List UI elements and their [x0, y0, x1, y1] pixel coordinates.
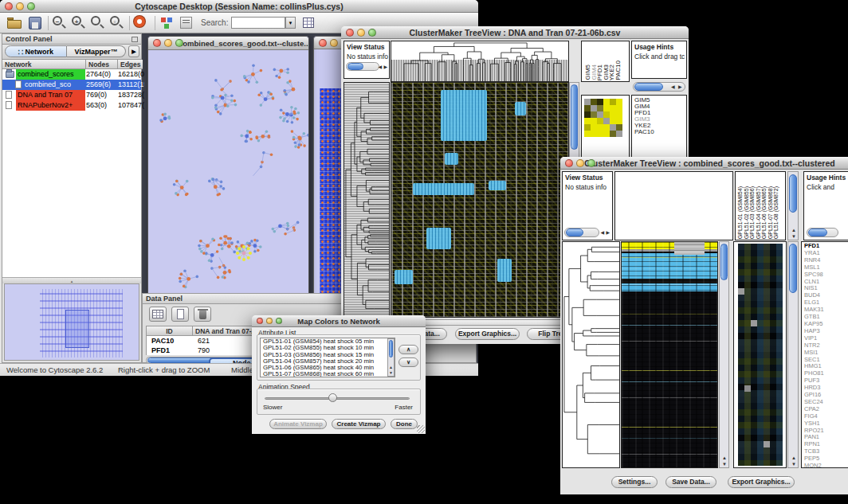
- close-icon[interactable]: [153, 39, 161, 47]
- tv2-zoom-vscrollbar[interactable]: ▲ ▼: [787, 241, 799, 468]
- scrollbar-thumb[interactable]: [789, 244, 797, 293]
- scroll-down-icon[interactable]: ▼: [791, 234, 796, 239]
- minimize-icon[interactable]: [357, 29, 365, 37]
- tv1-export-graphics-button[interactable]: Export Graphics...: [455, 328, 520, 340]
- tv2-column-dendrogram[interactable]: [614, 171, 733, 240]
- network-row-0[interactable]: combined_scores2764(0)16218(0): [2, 69, 141, 80]
- scroll-down-icon[interactable]: ▼: [791, 462, 796, 467]
- search-input[interactable]: [231, 17, 285, 29]
- float-panel-icon[interactable]: [132, 37, 138, 42]
- tv2-gene-31[interactable]: MON2: [802, 463, 848, 468]
- scrollbar-thumb[interactable]: [566, 229, 583, 236]
- zoom-window-icon[interactable]: [587, 159, 595, 167]
- column-header-edges[interactable]: Edges: [118, 60, 143, 69]
- delete-attribute-icon[interactable]: [194, 307, 211, 322]
- column-header-nodes[interactable]: Nodes: [86, 60, 118, 69]
- scrollbar-thumb[interactable]: [347, 63, 363, 70]
- tv1-cluster-submatrix[interactable]: [584, 99, 622, 137]
- scrollbar-thumb[interactable]: [634, 83, 663, 91]
- dialog-titlebar[interactable]: Map Colors to Network: [252, 315, 426, 327]
- animate-vizmap-button[interactable]: Animate Vizmap: [269, 419, 327, 429]
- minimize-icon[interactable]: [330, 39, 338, 47]
- scroll-down-icon[interactable]: ▼: [389, 370, 393, 375]
- main-titlebar[interactable]: Cytoscape Desktop (Session Name: collins…: [0, 0, 478, 13]
- scrollbar-thumb[interactable]: [808, 229, 827, 236]
- attribute-item-3[interactable]: GPL51-04 (GSM857) heat shock 20 min: [261, 358, 395, 365]
- scrollbar-thumb[interactable]: [720, 244, 728, 280]
- speed-slider-track[interactable]: [265, 397, 410, 400]
- zoom-window-icon[interactable]: [175, 39, 183, 47]
- tv2-settings-button[interactable]: Settings...: [611, 476, 658, 488]
- tv2-export-graphics-button[interactable]: Export Graphics...: [728, 476, 795, 488]
- minimize-icon[interactable]: [266, 318, 273, 324]
- close-icon[interactable]: [5, 2, 13, 10]
- column-header-id[interactable]: ID: [147, 326, 193, 336]
- tab-overflow-icon[interactable]: ▶: [128, 45, 139, 57]
- column-header-network[interactable]: Network: [2, 60, 86, 69]
- open-file-icon[interactable]: [6, 15, 24, 31]
- network-row-1[interactable]: combined_sco2569(6)13112(15): [2, 80, 141, 90]
- zoom-window-icon[interactable]: [276, 318, 282, 324]
- zoom-window-icon[interactable]: [368, 29, 376, 37]
- scroll-up-icon[interactable]: ▲: [722, 455, 727, 460]
- scroll-right-icon[interactable]: ▶: [383, 64, 387, 69]
- attribute-browser-icon[interactable]: [301, 15, 319, 31]
- scroll-down-icon[interactable]: ▼: [722, 462, 727, 467]
- minimize-icon[interactable]: [16, 2, 24, 10]
- tv2-save-data-button[interactable]: Save Data...: [665, 476, 716, 488]
- scroll-left-icon[interactable]: ◀: [600, 230, 604, 235]
- resize-grip[interactable]: [417, 425, 425, 433]
- tab-network[interactable]: ⸬ Network: [5, 45, 67, 57]
- annotation-icon[interactable]: [179, 15, 196, 31]
- attribute-list[interactable]: GPL51-01 (GSM854) heat shock 05 minGPL51…: [260, 338, 395, 377]
- tv2-heatmap[interactable]: [621, 241, 718, 468]
- attribute-item-0[interactable]: GPL51-01 (GSM854) heat shock 05 min: [261, 338, 395, 345]
- tab-vizmapper[interactable]: VizMapper™: [67, 45, 126, 57]
- search-dropdown-icon[interactable]: ▼: [285, 17, 296, 29]
- scrollbar-thumb[interactable]: [789, 174, 797, 213]
- close-icon[interactable]: [319, 39, 327, 47]
- scroll-up-icon[interactable]: ▲: [389, 365, 393, 369]
- network-canvas[interactable]: [148, 50, 308, 295]
- scroll-right-icon[interactable]: ▶: [606, 230, 610, 235]
- tv2-labels-vscrollbar[interactable]: ▲ ▼: [787, 171, 799, 240]
- close-icon[interactable]: [257, 318, 263, 324]
- save-icon[interactable]: [27, 15, 45, 31]
- network-overview[interactable]: [4, 283, 139, 361]
- tv2-row-dendrogram[interactable]: [562, 241, 620, 468]
- tv2-hints-scrollbar[interactable]: [807, 228, 838, 237]
- attribute-item-5[interactable]: GPL51-07 (GSM868) heat shock 60 min: [261, 371, 395, 377]
- zoom-window-icon[interactable]: [27, 2, 35, 10]
- network-row-3[interactable]: RNAPuberNov2+563(0)107847(0): [2, 100, 141, 111]
- tv1-row-dendrogram[interactable]: [344, 82, 390, 318]
- tv2-heatmap-vscrollbar[interactable]: ▲ ▼: [719, 241, 729, 468]
- zoom-actual-icon[interactable]: [91, 16, 100, 25]
- network-window-1-titlebar[interactable]: combined_scores_good.txt--cluste...: [148, 37, 308, 50]
- treeview1-titlebar[interactable]: ClusterMaker TreeView : DNA and Tran 07-…: [341, 26, 689, 39]
- scroll-right-icon[interactable]: ▶: [678, 84, 682, 89]
- network-row-2[interactable]: DNA and Tran 07769(0)183728(0): [2, 90, 141, 100]
- zoom-fit-selected-icon[interactable]: ▫: [110, 16, 120, 25]
- move-down-button[interactable]: ∨: [398, 357, 418, 367]
- new-attribute-icon[interactable]: [171, 307, 189, 322]
- panel-split-handle[interactable]: ▴: [2, 277, 141, 283]
- done-button[interactable]: Done: [391, 419, 418, 429]
- scrollbar-thumb[interactable]: [389, 340, 393, 357]
- move-up-button[interactable]: ∧: [398, 345, 418, 354]
- attribute-item-1[interactable]: GPL51-02 (GSM855) heat shock 10 min: [261, 345, 395, 351]
- speed-slider-thumb[interactable]: [328, 393, 337, 402]
- scrollbar-thumb[interactable]: [571, 84, 578, 150]
- close-icon[interactable]: [565, 159, 573, 167]
- scroll-up-icon[interactable]: ▲: [791, 455, 796, 460]
- tv2-zoom-panel[interactable]: [733, 241, 787, 468]
- minimize-icon[interactable]: [576, 159, 584, 167]
- zoom-in-icon[interactable]: +: [72, 16, 81, 25]
- minimize-icon[interactable]: [164, 39, 172, 47]
- tv1-column-dendrogram[interactable]: [391, 41, 569, 82]
- create-vizmap-button[interactable]: Create Vizmap: [332, 419, 386, 429]
- overview-viewport-rect[interactable]: [65, 310, 89, 348]
- help-lifering-icon[interactable]: [134, 16, 145, 27]
- vizmapper-icon[interactable]: [159, 15, 177, 31]
- scroll-left-icon[interactable]: ◀: [378, 64, 382, 69]
- close-icon[interactable]: [346, 29, 354, 37]
